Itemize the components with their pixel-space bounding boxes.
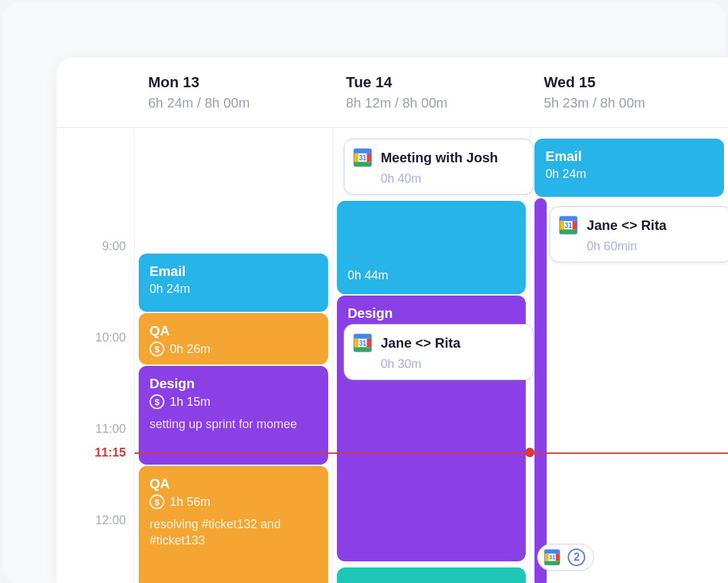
meeting-card-jane[interactable]: 31 Jane <> Rita 0h 30m <box>344 324 534 380</box>
event-qa[interactable]: QA $ 0h 26m <box>139 313 328 365</box>
day-label: Tue 14 <box>346 74 516 91</box>
day-summary: 6h 24m / 8h 00m <box>148 95 319 111</box>
overflow-count: 2 <box>568 549 585 566</box>
svg-rect-22 <box>556 554 560 561</box>
meeting-title: Jane <> Rita <box>587 218 666 233</box>
event-title: Email <box>545 148 713 164</box>
day-column-mon[interactable]: Email 0h 24m QA $ 0h 26m Design $ <box>135 128 333 583</box>
event-title: Design <box>150 375 317 392</box>
current-time-label: 11:15 <box>95 446 126 460</box>
current-time-line <box>135 452 728 454</box>
day-header-mon[interactable]: Mon 13 6h 24m / 8h 00m <box>135 57 332 127</box>
event-title: Email <box>150 263 317 279</box>
meeting-card-josh[interactable]: 31 Meeting with Josh 0h 40m <box>344 139 534 195</box>
event-duration: 0h 24m <box>545 167 586 181</box>
day-header-tue[interactable]: Tue 14 8h 12m / 8h 00m <box>332 57 530 127</box>
svg-rect-2 <box>354 162 371 166</box>
event-note: setting up sprint for momee <box>150 416 317 432</box>
meeting-duration: 0h 60min <box>587 239 722 254</box>
google-calendar-icon: 31 <box>558 215 578 235</box>
event-design[interactable]: Design $ 1h 15m setting up sprint for mo… <box>139 366 328 465</box>
overflow-badge[interactable]: 31 2 <box>537 544 594 571</box>
calendar-header-row: Mon 13 6h 24m / 8h 00m Tue 14 8h 12m / 8… <box>57 57 728 128</box>
svg-rect-8 <box>354 347 371 351</box>
svg-text:31: 31 <box>549 554 556 561</box>
svg-text:31: 31 <box>359 154 367 162</box>
svg-rect-10 <box>367 339 371 348</box>
event-duration: 1h 56m <box>170 495 210 509</box>
meeting-duration: 0h 40m <box>381 172 524 186</box>
event-title: QA <box>150 475 317 492</box>
meeting-card-jane[interactable]: 31 Jane <> Rita 0h 60min <box>549 206 728 262</box>
day-column-wed[interactable]: Email 0h 24m 31 Jane <> Rita 0h 60min <box>530 128 728 583</box>
time-label-12: 12:00 <box>95 513 126 528</box>
time-gutter: 9:00 10:00 11:00 11:15 12:00 <box>57 128 135 583</box>
svg-rect-4 <box>367 154 371 162</box>
meeting-title: Meeting with Josh <box>381 150 498 166</box>
event-email[interactable]: Email 0h 24m <box>534 139 724 197</box>
google-calendar-icon: 31 <box>352 333 373 353</box>
event-duration: 0h 26m <box>170 342 210 356</box>
svg-rect-15 <box>560 221 564 230</box>
svg-text:31: 31 <box>359 340 367 347</box>
time-gutter-header <box>57 57 135 127</box>
event-email[interactable]: Email 0h 24m <box>139 254 328 312</box>
calendar-columns: Email 0h 24m QA $ 0h 26m Design $ <box>135 128 728 583</box>
meeting-duration: 0h 30m <box>381 357 524 371</box>
svg-text:31: 31 <box>565 222 573 229</box>
svg-rect-20 <box>545 561 560 564</box>
svg-rect-7 <box>354 335 371 339</box>
day-column-tue[interactable]: 0h 44m Design 31 Meeting with Josh 0h 40… <box>333 128 531 583</box>
event-blue-block[interactable]: 0h 44m <box>337 201 526 294</box>
svg-rect-13 <box>560 217 577 221</box>
day-summary: 8h 12m / 8h 00m <box>346 95 516 111</box>
svg-rect-19 <box>545 550 560 553</box>
billable-icon: $ <box>150 342 164 356</box>
day-label: Mon 13 <box>148 74 319 91</box>
current-time-dot <box>525 448 534 457</box>
svg-rect-21 <box>545 554 549 561</box>
svg-rect-14 <box>560 229 577 233</box>
svg-rect-16 <box>573 221 577 230</box>
time-label-11: 11:00 <box>95 422 126 436</box>
svg-rect-3 <box>354 154 358 162</box>
svg-rect-1 <box>354 149 371 154</box>
event-purple-strip[interactable] <box>534 198 547 583</box>
billable-icon: $ <box>150 394 164 409</box>
event-title: QA <box>150 323 317 339</box>
day-header-wed[interactable]: Wed 15 5h 23m / 8h 00m <box>530 57 728 127</box>
billable-icon: $ <box>150 494 164 509</box>
event-duration: 0h 24m <box>150 282 190 296</box>
event-title: Design <box>348 305 516 321</box>
calendar-card: Mon 13 6h 24m / 8h 00m Tue 14 8h 12m / 8… <box>57 57 728 583</box>
event-teal-partial[interactable] <box>337 567 526 583</box>
day-summary: 5h 23m / 8h 00m <box>544 95 714 111</box>
meeting-title: Jane <> Rita <box>381 335 461 351</box>
google-calendar-icon: 31 <box>352 147 373 168</box>
event-note: resolving #ticket132 and #ticket133 <box>150 516 317 549</box>
event-qa[interactable]: QA $ 1h 56m resolving #ticket132 and #ti… <box>139 466 328 583</box>
event-duration: 1h 15m <box>170 395 210 409</box>
google-calendar-icon: 31 <box>543 549 561 566</box>
day-label: Wed 15 <box>544 74 714 91</box>
time-label-9: 9:00 <box>102 239 126 254</box>
time-label-10: 10:00 <box>95 331 126 345</box>
svg-rect-9 <box>354 339 358 348</box>
event-duration: 0h 44m <box>348 269 388 282</box>
calendar-body: 9:00 10:00 11:00 11:15 12:00 Email 0h 24… <box>57 128 728 583</box>
